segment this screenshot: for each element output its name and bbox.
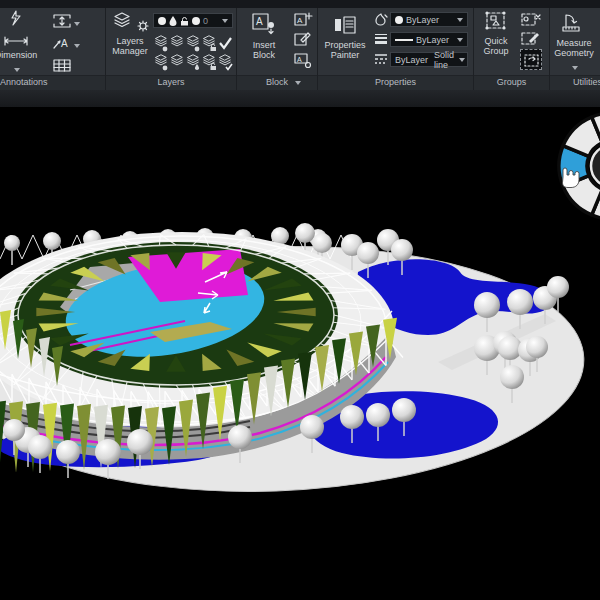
svg-text:A: A xyxy=(297,16,303,25)
dim-constraint-button[interactable] xyxy=(52,14,80,32)
tree[interactable] xyxy=(295,223,315,243)
layer-state-icon xyxy=(185,53,201,72)
tree[interactable] xyxy=(43,232,61,250)
document-strip xyxy=(0,90,600,107)
table-icon xyxy=(52,58,72,73)
layer-state-icon xyxy=(153,34,169,53)
layer-tools-grid xyxy=(153,34,233,72)
insert-block-icon: A xyxy=(251,12,277,36)
layer-tool-button[interactable] xyxy=(153,53,169,72)
multileader-button[interactable]: A xyxy=(52,36,80,54)
linetype-dropdown[interactable]: ByLayer Solid line xyxy=(390,52,468,67)
tree[interactable] xyxy=(474,292,500,318)
quick-group-button[interactable]: Quick Group xyxy=(476,10,516,56)
viewport-canvas[interactable] xyxy=(0,107,600,600)
layer-on-icon xyxy=(158,17,166,25)
ribbon: Dimension A xyxy=(0,8,600,90)
dimension-flash-icon xyxy=(6,10,26,28)
measure-icon xyxy=(561,12,587,34)
navigation-wheel[interactable] xyxy=(559,113,600,219)
linetype-tool-icon xyxy=(373,52,389,70)
dimension-button[interactable]: Dimension xyxy=(0,10,44,78)
create-block-button[interactable]: A xyxy=(293,10,313,31)
panel-label-layers: Layers xyxy=(106,75,236,90)
svg-text:A: A xyxy=(61,38,68,49)
tree[interactable] xyxy=(391,239,413,261)
inquiry-button[interactable]: Inquiry xyxy=(592,12,600,66)
tree[interactable] xyxy=(127,429,153,455)
panel-layers: Layers Manager 0 Layers xyxy=(106,8,237,90)
group-selection-icon xyxy=(521,50,543,71)
panel-annotations: Dimension A xyxy=(0,8,106,90)
layers-manager-button[interactable]: Layers Manager xyxy=(108,12,152,56)
block-attributes-button[interactable]: A xyxy=(293,52,317,91)
layer-tool-button[interactable] xyxy=(217,53,233,72)
multileader-icon: A xyxy=(52,36,72,50)
group-selection-toggle[interactable] xyxy=(520,49,542,70)
properties-painter-icon xyxy=(332,14,358,36)
tree[interactable] xyxy=(366,403,390,427)
lineweight-value: ByLayer xyxy=(416,35,449,45)
group-edit-icon xyxy=(520,30,542,48)
layer-state-icon xyxy=(169,53,185,72)
panel-label-groups: Groups xyxy=(474,75,549,90)
layer-tool-button[interactable] xyxy=(185,53,201,72)
layer-tool-button[interactable] xyxy=(201,34,217,53)
tree[interactable] xyxy=(340,405,364,429)
measure-geometry-button[interactable]: Measure Geometry xyxy=(553,12,595,76)
layer-tool-button[interactable] xyxy=(201,53,217,72)
chevron-down-icon xyxy=(459,58,465,62)
layer-tool-button[interactable] xyxy=(217,34,233,53)
tree[interactable] xyxy=(507,289,533,315)
ungroup-icon xyxy=(520,11,542,29)
tree[interactable] xyxy=(526,336,548,358)
lineweight-tool-icon xyxy=(373,32,389,50)
dimension-line-icon xyxy=(3,36,29,46)
panel-label-properties: Properties xyxy=(318,75,473,90)
panel-groups: Quick Group xyxy=(474,8,550,90)
tree[interactable] xyxy=(4,235,20,251)
tree[interactable] xyxy=(95,439,121,465)
tree[interactable] xyxy=(392,398,416,422)
color-value: ByLayer xyxy=(406,15,439,25)
layer-name: 0 xyxy=(203,16,208,26)
tree[interactable] xyxy=(547,276,569,298)
layer-freeze-icon xyxy=(169,16,177,26)
layer-state-icon xyxy=(201,34,217,53)
tree[interactable] xyxy=(300,415,324,439)
panel-properties: Properties Painter xyxy=(318,8,474,90)
chevron-down-icon xyxy=(457,38,463,42)
svg-text:A: A xyxy=(256,16,263,27)
dimension-label: Dimension xyxy=(0,50,44,60)
insert-block-button[interactable]: A Insert Block xyxy=(241,12,287,60)
tree[interactable] xyxy=(28,435,52,459)
viewport[interactable] xyxy=(0,107,600,600)
panel-utilities: Measure Geometry Inquiry Utilities xyxy=(550,8,600,90)
chevron-down-icon xyxy=(572,66,578,70)
properties-painter-label: Properties Painter xyxy=(320,40,370,60)
tree[interactable] xyxy=(500,365,524,389)
layer-tool-button[interactable] xyxy=(153,34,169,53)
insert-block-label: Insert Block xyxy=(241,40,287,60)
tree[interactable] xyxy=(56,440,80,464)
tree[interactable] xyxy=(228,425,252,449)
tree[interactable] xyxy=(312,233,332,253)
color-dropdown[interactable]: ByLayer xyxy=(390,12,468,27)
layer-unlock-icon xyxy=(180,16,189,26)
panel-label-utilities: Utilities xyxy=(550,75,600,90)
layer-tool-button[interactable] xyxy=(169,34,185,53)
edit-block-button[interactable] xyxy=(293,30,313,51)
layer-tool-button[interactable] xyxy=(169,53,185,72)
lineweight-dropdown[interactable]: ByLayer xyxy=(390,32,468,47)
ribbon-tab-strip xyxy=(0,0,600,8)
lineweight-swatch xyxy=(395,39,413,41)
layer-dropdown[interactable]: 0 xyxy=(153,13,233,28)
layers-icon xyxy=(111,12,133,32)
properties-painter-button[interactable]: Properties Painter xyxy=(320,14,370,60)
table-button[interactable] xyxy=(52,58,72,77)
measure-geometry-label: Measure Geometry xyxy=(553,38,595,58)
color-swatch xyxy=(395,16,403,24)
tree[interactable] xyxy=(3,419,25,441)
layer-tool-button[interactable] xyxy=(185,34,201,53)
tree[interactable] xyxy=(357,242,379,264)
